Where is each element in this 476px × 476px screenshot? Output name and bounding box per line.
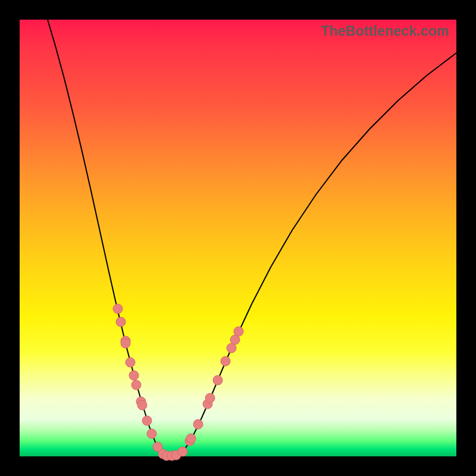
data-dots-group xyxy=(113,304,243,461)
data-dot xyxy=(178,447,187,456)
data-dot xyxy=(126,358,135,367)
data-dot xyxy=(137,400,147,410)
chart-frame: TheBottleneck.com xyxy=(0,0,476,476)
data-dot xyxy=(129,371,139,380)
data-dot xyxy=(234,327,243,336)
data-dot xyxy=(186,434,196,443)
data-dot xyxy=(116,317,126,327)
data-dot xyxy=(213,375,223,385)
curve-svg xyxy=(20,20,456,456)
data-dot xyxy=(205,393,215,403)
data-dot xyxy=(193,419,203,429)
data-dot xyxy=(131,380,141,390)
bottleneck-curve-left xyxy=(48,20,170,456)
data-dot xyxy=(221,356,230,366)
data-dot xyxy=(147,429,156,439)
data-dot xyxy=(113,304,123,314)
data-dot xyxy=(142,416,152,425)
plot-area: TheBottleneck.com xyxy=(20,20,456,456)
data-dot xyxy=(121,339,130,348)
